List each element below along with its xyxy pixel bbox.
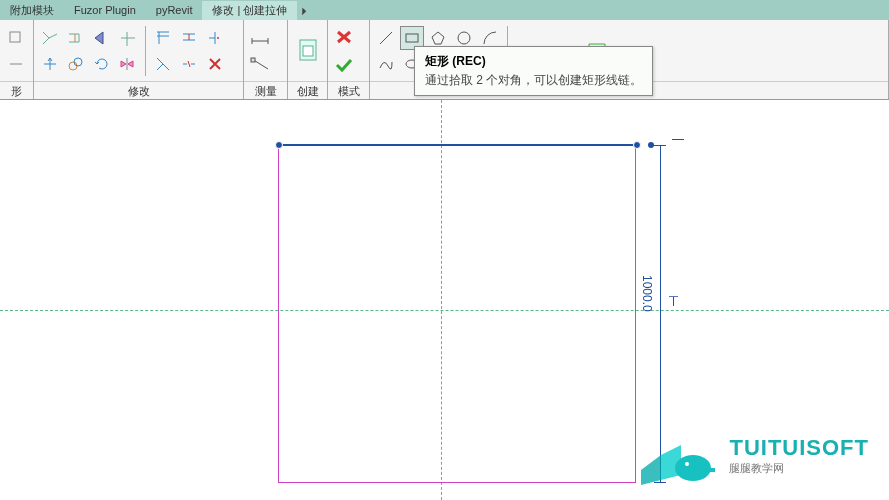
panel-modify: 修改 (34, 20, 244, 99)
svg-point-8 (458, 32, 470, 44)
tab-addon[interactable]: 附加模块 (0, 1, 64, 20)
tooltip-title: 矩形 (REC) (425, 53, 642, 70)
dimension-icon[interactable] (248, 26, 272, 50)
svg-rect-7 (406, 34, 418, 42)
split-icon[interactable] (116, 26, 140, 50)
join-icon[interactable] (90, 26, 114, 50)
spline-icon[interactable] (374, 52, 398, 76)
svg-point-1 (69, 62, 77, 70)
mirror-icon[interactable] (116, 52, 140, 76)
svg-point-3 (217, 37, 219, 39)
grip-top-left[interactable] (275, 141, 283, 149)
trim-icon[interactable] (203, 26, 227, 50)
copy-icon[interactable] (64, 52, 88, 76)
split-element-icon[interactable] (177, 52, 201, 76)
panel-label-shape: 形 (0, 81, 33, 99)
svg-rect-13 (705, 468, 715, 472)
shape-tool-1[interactable] (4, 26, 28, 50)
create-component-icon[interactable] (292, 31, 323, 71)
panel-measure: 测量 (244, 20, 288, 99)
offset-icon[interactable] (177, 26, 201, 50)
tab-pyrevit[interactable]: pyRevit (146, 2, 203, 18)
cancel-icon[interactable] (332, 25, 356, 49)
measure-icon[interactable] (248, 52, 272, 76)
move-icon[interactable] (38, 52, 62, 76)
watermark-logo (631, 420, 721, 490)
watermark-title: TUITUISOFT (729, 435, 869, 461)
align-icon[interactable] (151, 26, 175, 50)
sketch-rectangle[interactable] (278, 145, 636, 483)
extend-icon[interactable] (151, 52, 175, 76)
line-icon[interactable] (374, 26, 398, 50)
dim-grip-icon[interactable]: ⊢ (666, 295, 682, 307)
shape-tool-2[interactable] (4, 52, 28, 76)
tab-modify-extrusion[interactable]: 修改 | 创建拉伸 (202, 1, 297, 20)
tooltip: 矩形 (REC) 通过拾取 2 个对角，可以创建矩形线链。 (414, 46, 653, 96)
panel-create: 创建 (288, 20, 328, 99)
tab-fuzor[interactable]: Fuzor Plugin (64, 2, 146, 18)
panel-label-mode: 模式 (328, 81, 369, 99)
tab-bar: 附加模块 Fuzor Plugin pyRevit 修改 | 创建拉伸 ⏵ (0, 0, 889, 20)
tab-more-icon[interactable]: ⏵ (297, 5, 313, 16)
cut-icon[interactable] (38, 26, 62, 50)
svg-rect-0 (10, 32, 20, 42)
panel-label-measure: 测量 (244, 81, 287, 99)
svg-point-12 (685, 462, 689, 466)
dimension-value[interactable]: 1000.0 (640, 275, 654, 312)
separator (145, 26, 146, 76)
finish-icon[interactable] (332, 53, 356, 77)
grip-top-right[interactable] (633, 141, 641, 149)
drawing-canvas[interactable]: 1000.0 ⊢ TUITUISOFT 腿腿教学网 (0, 100, 889, 500)
panel-mode: 模式 (328, 20, 370, 99)
dim-tick-top (654, 145, 666, 146)
watermark: TUITUISOFT 腿腿教学网 (631, 420, 869, 490)
svg-rect-6 (303, 46, 313, 56)
svg-rect-4 (251, 58, 255, 62)
svg-point-2 (74, 58, 82, 66)
ext-line (672, 139, 684, 140)
selected-edge[interactable] (278, 144, 637, 146)
watermark-subtitle: 腿腿教学网 (729, 461, 869, 476)
rotate-icon[interactable] (90, 52, 114, 76)
tooltip-desc: 通过拾取 2 个对角，可以创建矩形线链。 (425, 72, 642, 89)
panel-label-modify: 修改 (34, 81, 243, 99)
panel-shape: 形 (0, 20, 34, 99)
delete-icon[interactable] (203, 52, 227, 76)
cope-icon[interactable] (64, 26, 88, 50)
panel-label-create: 创建 (288, 81, 327, 99)
